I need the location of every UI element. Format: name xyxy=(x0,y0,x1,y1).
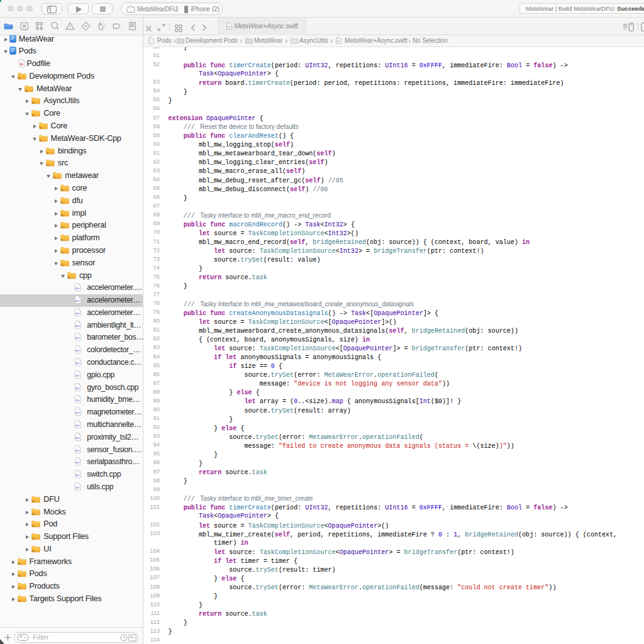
svg-text:c+: c+ xyxy=(76,436,80,440)
svg-text:c+: c+ xyxy=(76,324,80,328)
svg-text:c+: c+ xyxy=(76,361,80,365)
svg-text:c+: c+ xyxy=(76,348,80,352)
svg-text:c+: c+ xyxy=(76,473,80,477)
svg-text:c+: c+ xyxy=(76,299,80,303)
svg-text:c+: c+ xyxy=(76,374,80,377)
svg-text:c+: c+ xyxy=(76,336,80,340)
svg-text:c+: c+ xyxy=(76,423,80,427)
svg-text:c+: c+ xyxy=(76,286,80,290)
svg-text:c+: c+ xyxy=(76,399,80,402)
svg-text:c+: c+ xyxy=(76,461,80,465)
svg-text:rb: rb xyxy=(19,62,23,66)
svg-text:c+: c+ xyxy=(76,486,80,489)
svg-text:c+: c+ xyxy=(76,411,80,414)
svg-text:c+: c+ xyxy=(76,311,80,315)
svg-text:c+: c+ xyxy=(76,386,80,390)
svg-text:c+: c+ xyxy=(76,448,80,452)
